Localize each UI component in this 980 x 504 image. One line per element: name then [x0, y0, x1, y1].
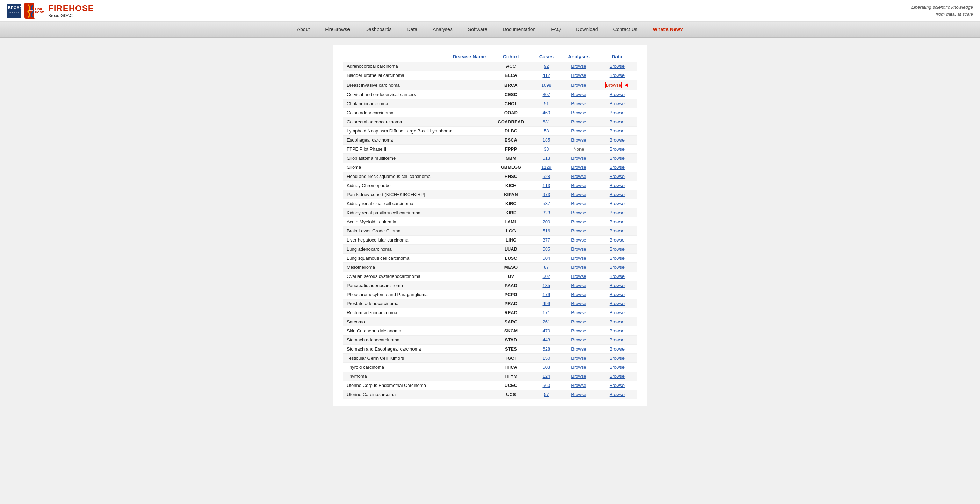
data-browse-link[interactable]: Browse — [605, 82, 622, 88]
cases-link[interactable]: 124 — [542, 374, 550, 379]
data-browse-link[interactable]: Browse — [609, 337, 625, 342]
data-browse-link[interactable]: Browse — [609, 146, 625, 152]
analyses-browse-link[interactable]: Browse — [571, 219, 586, 224]
cases-link[interactable]: 443 — [542, 337, 550, 342]
nav-item-software[interactable]: Software — [460, 22, 495, 37]
data-browse-link[interactable]: Browse — [609, 347, 625, 351]
data-browse-link[interactable]: Browse — [609, 219, 625, 224]
analyses-browse-link[interactable]: Browse — [571, 237, 586, 243]
cases-link[interactable]: 504 — [542, 256, 550, 261]
nav-item-contact-us[interactable]: Contact Us — [606, 22, 645, 37]
data-browse-link[interactable]: Browse — [609, 383, 625, 388]
analyses-browse-link[interactable]: Browse — [571, 210, 586, 215]
data-browse-link[interactable]: Browse — [609, 183, 625, 188]
analyses-browse-link[interactable]: Browse — [571, 156, 586, 161]
cases-link[interactable]: 185 — [542, 137, 550, 143]
data-browse-link[interactable]: Browse — [609, 156, 625, 161]
cases-link[interactable]: 412 — [542, 73, 550, 78]
analyses-browse-link[interactable]: Browse — [571, 337, 586, 342]
analyses-browse-link[interactable]: Browse — [571, 374, 586, 379]
data-browse-link[interactable]: Browse — [609, 374, 625, 379]
analyses-browse-link[interactable]: Browse — [571, 192, 586, 197]
analyses-browse-link[interactable]: Browse — [571, 310, 586, 315]
data-browse-link[interactable]: Browse — [609, 328, 625, 334]
nav-item-firebrowse[interactable]: FireBrowse — [317, 22, 358, 37]
cases-link[interactable]: 171 — [542, 310, 550, 315]
data-browse-link[interactable]: Browse — [609, 201, 625, 206]
data-browse-link[interactable]: Browse — [609, 355, 625, 361]
analyses-browse-link[interactable]: Browse — [571, 292, 586, 297]
nav-item-faq[interactable]: FAQ — [543, 22, 568, 37]
cases-link[interactable]: 470 — [542, 328, 550, 334]
data-browse-link[interactable]: Browse — [609, 165, 625, 170]
analyses-browse-link[interactable]: Browse — [571, 119, 586, 124]
cases-link[interactable]: 185 — [542, 283, 550, 288]
analyses-browse-link[interactable]: Browse — [571, 319, 586, 324]
cases-link[interactable]: 51 — [544, 101, 549, 106]
data-browse-link[interactable]: Browse — [609, 292, 625, 297]
cases-link[interactable]: 537 — [542, 201, 550, 206]
nav-item-download[interactable]: Download — [568, 22, 605, 37]
analyses-browse-link[interactable]: Browse — [571, 256, 586, 261]
nav-item-data[interactable]: Data — [399, 22, 425, 37]
data-browse-link[interactable]: Browse — [609, 273, 625, 279]
cases-link[interactable]: 200 — [542, 219, 550, 224]
analyses-browse-link[interactable]: Browse — [571, 355, 586, 361]
analyses-browse-link[interactable]: Browse — [571, 137, 586, 143]
data-browse-link[interactable]: Browse — [609, 256, 625, 261]
data-browse-link[interactable]: Browse — [609, 128, 625, 134]
cases-link[interactable]: 602 — [542, 273, 550, 279]
analyses-browse-link[interactable]: Browse — [571, 273, 586, 279]
data-browse-link[interactable]: Browse — [609, 364, 625, 370]
data-browse-link[interactable]: Browse — [609, 101, 625, 106]
data-browse-link[interactable]: Browse — [609, 119, 625, 124]
analyses-browse-link[interactable]: Browse — [571, 301, 586, 306]
cases-link[interactable]: 307 — [542, 92, 550, 97]
analyses-browse-link[interactable]: Browse — [571, 328, 586, 334]
nav-item-analyses[interactable]: Analyses — [425, 22, 460, 37]
data-browse-link[interactable]: Browse — [609, 92, 625, 97]
nav-item-whats-new[interactable]: What's New? — [645, 22, 691, 37]
nav-item-documentation[interactable]: Documentation — [495, 22, 543, 37]
data-browse-link[interactable]: Browse — [609, 137, 625, 143]
cases-link[interactable]: 460 — [542, 110, 550, 115]
analyses-browse-link[interactable]: Browse — [571, 110, 586, 115]
cases-link[interactable]: 499 — [542, 301, 550, 306]
cases-link[interactable]: 631 — [542, 119, 550, 124]
data-browse-link[interactable]: Browse — [609, 237, 625, 243]
cases-link[interactable]: 87 — [544, 265, 549, 270]
cases-link[interactable]: 1129 — [541, 165, 552, 170]
cases-link[interactable]: 57 — [544, 392, 549, 397]
analyses-browse-link[interactable]: Browse — [571, 165, 586, 170]
cases-link[interactable]: 628 — [542, 347, 550, 351]
data-browse-link[interactable]: Browse — [609, 301, 625, 306]
cases-link[interactable]: 38 — [544, 146, 549, 152]
data-browse-link[interactable]: Browse — [609, 64, 625, 69]
analyses-browse-link[interactable]: Browse — [571, 364, 586, 370]
data-browse-link[interactable]: Browse — [609, 110, 625, 115]
data-browse-link[interactable]: Browse — [609, 265, 625, 270]
cases-link[interactable]: 613 — [542, 156, 550, 161]
cases-link[interactable]: 377 — [542, 237, 550, 243]
analyses-browse-link[interactable]: Browse — [571, 265, 586, 270]
cases-link[interactable]: 323 — [542, 210, 550, 215]
data-browse-link[interactable]: Browse — [609, 246, 625, 252]
cases-link[interactable]: 973 — [542, 192, 550, 197]
cases-link[interactable]: 92 — [544, 64, 549, 69]
data-browse-link[interactable]: Browse — [609, 174, 625, 179]
data-browse-link[interactable]: Browse — [609, 73, 625, 78]
cases-link[interactable]: 150 — [542, 355, 550, 361]
analyses-browse-link[interactable]: Browse — [571, 183, 586, 188]
analyses-browse-link[interactable]: Browse — [571, 83, 586, 88]
analyses-browse-link[interactable]: Browse — [571, 128, 586, 134]
cases-link[interactable]: 516 — [542, 228, 550, 234]
data-browse-link[interactable]: Browse — [609, 283, 625, 288]
data-browse-link[interactable]: Browse — [609, 228, 625, 234]
cases-link[interactable]: 261 — [542, 319, 550, 324]
analyses-browse-link[interactable]: Browse — [571, 347, 586, 351]
analyses-browse-link[interactable]: Browse — [571, 101, 586, 106]
analyses-browse-link[interactable]: Browse — [571, 64, 586, 69]
data-browse-link[interactable]: Browse — [609, 192, 625, 197]
analyses-browse-link[interactable]: Browse — [571, 283, 586, 288]
cases-link[interactable]: 113 — [542, 183, 550, 188]
